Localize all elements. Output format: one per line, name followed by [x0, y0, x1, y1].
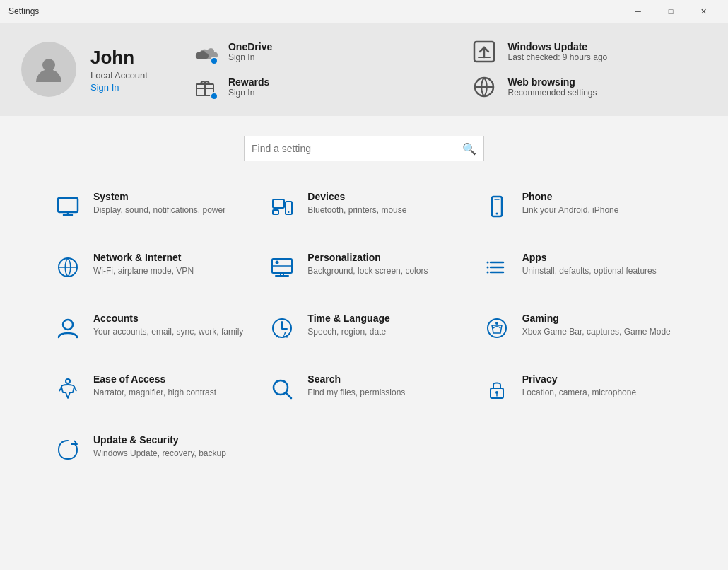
web-browsing-subtitle: Recommended settings	[507, 88, 597, 98]
profile-signin-link[interactable]: Sign In	[90, 82, 148, 93]
onedrive-icon	[190, 37, 220, 66]
rewards-title: Rewards	[228, 76, 269, 88]
devices-setting-item[interactable]: Devices Bluetooth, printers, mouse	[257, 175, 471, 236]
accounts-icon	[54, 314, 82, 342]
personalization-setting-item[interactable]: Personalization Background, lock screen,…	[257, 236, 471, 297]
update-security-title: Update & Security	[93, 434, 226, 446]
svg-point-10	[495, 213, 498, 215]
gaming-icon	[483, 314, 511, 342]
personalization-icon	[268, 253, 296, 281]
web-browsing-title: Web browsing	[507, 76, 597, 88]
system-title: System	[93, 191, 225, 202]
update-security-icon	[54, 436, 82, 464]
apps-text: Apps Uninstall, defaults, optional featu…	[522, 252, 657, 277]
rewards-icon	[190, 72, 220, 102]
system-setting-item[interactable]: System Display, sound, notifications, po…	[42, 175, 257, 236]
svg-point-8	[288, 211, 290, 213]
system-text: System Display, sound, notifications, po…	[93, 191, 225, 216]
windows-update-icon	[469, 37, 499, 66]
onedrive-text: OneDrive Sign In	[228, 41, 272, 62]
phone-subtitle: Link your Android, iPhone	[522, 204, 619, 216]
ease-of-access-title: Ease of Access	[93, 373, 216, 385]
minimize-button[interactable]: ─	[622, 0, 654, 23]
gaming-setting-item[interactable]: Gaming Xbox Game Bar, captures, Game Mod…	[471, 297, 686, 358]
update-security-subtitle: Windows Update, recovery, backup	[93, 448, 226, 460]
web-browsing-text: Web browsing Recommended settings	[507, 76, 597, 98]
windows-update-service-item[interactable]: Windows Update Last checked: 9 hours ago	[469, 37, 707, 66]
personalization-text: Personalization Background, lock screen,…	[307, 252, 428, 277]
privacy-text: Privacy Location, camera, microphone	[522, 373, 636, 399]
close-button[interactable]: ✕	[687, 0, 720, 23]
search-setting-icon	[268, 375, 296, 403]
apps-icon	[483, 253, 511, 281]
network-setting-item[interactable]: Network & Internet Wi-Fi, airplane mode,…	[42, 236, 257, 297]
svg-point-27	[274, 380, 288, 395]
network-subtitle: Wi-Fi, airplane mode, VPN	[93, 265, 194, 277]
update-security-setting-item[interactable]: Update & Security Windows Update, recove…	[42, 419, 257, 479]
rewards-text: Rewards Sign In	[228, 76, 269, 98]
search-setting-item[interactable]: Search Find my files, permissions	[257, 358, 471, 419]
system-subtitle: Display, sound, notifications, power	[93, 204, 225, 216]
gaming-text: Gaming Xbox Game Bar, captures, Game Mod…	[522, 313, 671, 338]
svg-point-20	[63, 320, 73, 330]
svg-rect-6	[273, 210, 278, 214]
onedrive-subtitle: Sign In	[228, 52, 272, 62]
personalization-subtitle: Background, lock screen, colors	[307, 265, 428, 277]
rewards-status-dot	[210, 92, 218, 100]
time-language-title: Time & Language	[307, 313, 389, 324]
ease-of-access-icon	[54, 375, 82, 403]
search-icon: 🔍	[462, 142, 476, 156]
time-language-icon: A A	[268, 314, 296, 342]
accounts-subtitle: Your accounts, email, sync, work, family	[93, 326, 243, 338]
onedrive-status-dot	[210, 57, 218, 65]
apps-subtitle: Uninstall, defaults, optional features	[522, 265, 657, 277]
time-language-text: Time & Language Speech, region, date	[307, 313, 389, 338]
svg-point-13	[276, 261, 279, 264]
privacy-setting-item[interactable]: Privacy Location, camera, microphone	[471, 358, 686, 419]
accounts-setting-item[interactable]: Accounts Your accounts, email, sync, wor…	[42, 297, 257, 358]
devices-title: Devices	[307, 191, 406, 202]
titlebar: Settings ─ □ ✕	[0, 0, 728, 23]
onedrive-service-item[interactable]: OneDrive Sign In	[190, 37, 428, 66]
svg-rect-4	[58, 198, 78, 212]
onedrive-title: OneDrive	[228, 41, 272, 52]
search-setting-text: Search Find my files, permissions	[307, 373, 405, 399]
search-area: 🔍	[0, 116, 728, 168]
network-title: Network & Internet	[93, 252, 194, 263]
svg-point-26	[66, 379, 70, 383]
windows-update-subtitle: Last checked: 9 hours ago	[507, 52, 607, 62]
windows-update-text: Windows Update Last checked: 9 hours ago	[507, 41, 607, 62]
rewards-subtitle: Sign In	[228, 88, 269, 98]
web-browsing-service-item[interactable]: Web browsing Recommended settings	[469, 72, 707, 102]
search-setting-title: Search	[307, 373, 405, 385]
network-text: Network & Internet Wi-Fi, airplane mode,…	[93, 252, 194, 277]
profile-banner: John Local Account Sign In OneDrive Sign…	[0, 23, 728, 116]
rewards-service-item[interactable]: Rewards Sign In	[190, 72, 428, 102]
personalization-title: Personalization	[307, 252, 428, 263]
svg-text:A: A	[283, 332, 288, 339]
system-icon	[54, 192, 82, 221]
network-icon	[54, 253, 82, 281]
banner-services: OneDrive Sign In Windows Update Last che…	[190, 37, 707, 102]
privacy-icon	[483, 375, 511, 403]
app-title: Settings	[8, 6, 39, 16]
search-setting-subtitle: Find my files, permissions	[307, 387, 405, 399]
devices-subtitle: Bluetooth, printers, mouse	[307, 204, 406, 216]
web-browsing-icon	[469, 72, 499, 102]
search-input[interactable]	[252, 143, 462, 154]
accounts-text: Accounts Your accounts, email, sync, wor…	[93, 313, 243, 338]
time-language-setting-item[interactable]: A A Time & Language Speech, region, date	[257, 297, 471, 358]
phone-text: Phone Link your Android, iPhone	[522, 191, 619, 216]
svg-rect-5	[273, 199, 284, 208]
maximize-button[interactable]: □	[654, 0, 687, 23]
ease-of-access-setting-item[interactable]: Ease of Access Narrator, magnifier, high…	[42, 358, 257, 419]
profile-account-type: Local Account	[90, 70, 148, 81]
accounts-title: Accounts	[93, 313, 243, 324]
devices-icon	[268, 192, 296, 221]
phone-setting-item[interactable]: Phone Link your Android, iPhone	[471, 175, 686, 236]
avatar	[21, 42, 76, 97]
svg-point-24	[488, 319, 506, 337]
apps-setting-item[interactable]: Apps Uninstall, defaults, optional featu…	[471, 236, 686, 297]
devices-text: Devices Bluetooth, printers, mouse	[307, 191, 406, 216]
profile-info: John Local Account Sign In	[90, 47, 148, 93]
